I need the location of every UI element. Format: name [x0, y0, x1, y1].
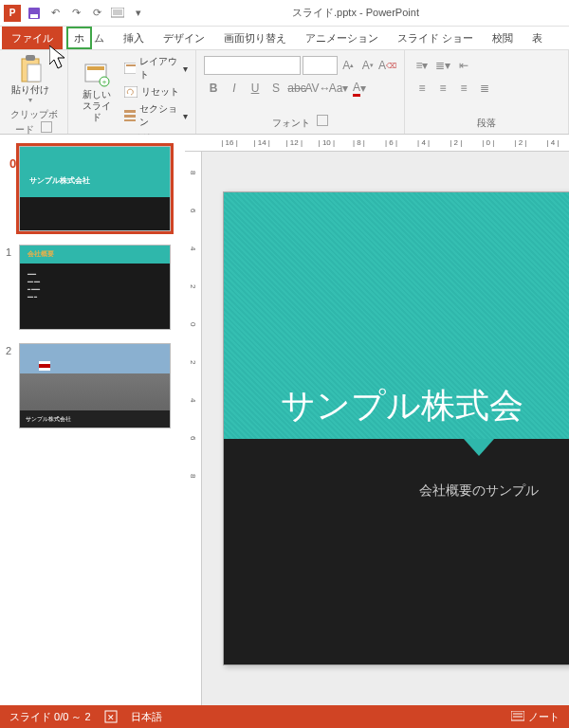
group-font: A▴ A▾ A⌫ B I U S abc AV↔ Aa▾ A▾ フォント: [196, 50, 405, 134]
statusbar: スライド 0/0 ～ 2 ✕ 日本語 ノート: [0, 705, 569, 728]
slide-edit-area: | 16 || 14 || 12 || 10 || 8 || 6 || 4 ||…: [185, 135, 569, 705]
layout-button[interactable]: レイアウト▾: [122, 54, 190, 82]
italic-button[interactable]: I: [225, 79, 244, 98]
font-group-label: フォント: [272, 118, 310, 128]
titlebar: P ↶ ↷ ⟳ ▾ スライド.pptx - PowerPoint: [0, 0, 569, 27]
align-right-button[interactable]: ≡: [454, 79, 473, 98]
quick-access-toolbar: ↶ ↷ ⟳ ▾: [27, 6, 146, 21]
ribbon: 貼り付け ▾ クリップボード ＋ 新しい スライド レイアウト▾ リセット セク…: [0, 49, 569, 135]
new-slide-label: 新しい スライド: [80, 89, 113, 123]
align-left-button[interactable]: ≡: [413, 79, 431, 98]
tab-home-suffix: ム: [94, 27, 114, 49]
thumbnail-2[interactable]: 1 会社概要 ━━━━━ ━━━ ━━━━━ ━: [6, 245, 179, 330]
new-slide-button[interactable]: ＋ 新しい スライド: [74, 54, 119, 130]
svg-rect-15: [124, 110, 136, 113]
numbering-button[interactable]: ≣▾: [433, 56, 452, 75]
align-justify-button[interactable]: ≣: [475, 79, 494, 98]
start-slideshow-icon[interactable]: [110, 6, 125, 21]
clear-format-icon[interactable]: A⌫: [378, 56, 396, 75]
section-icon: [124, 110, 136, 121]
char-spacing-button[interactable]: AV↔: [308, 79, 327, 98]
change-case-button[interactable]: Aa▾: [329, 79, 348, 98]
svg-rect-6: [26, 55, 35, 61]
tab-review[interactable]: 校閲: [483, 27, 523, 49]
increase-font-icon[interactable]: A▴: [340, 56, 357, 75]
undo-icon[interactable]: ↶: [47, 6, 63, 21]
repeat-icon[interactable]: ⟳: [89, 6, 104, 21]
spellcheck-icon[interactable]: ✕: [104, 710, 118, 723]
paste-label: 貼り付け: [11, 84, 49, 96]
indent-dec-button[interactable]: ⇤: [454, 56, 473, 75]
shadow-button[interactable]: S: [266, 79, 285, 98]
paste-button[interactable]: 貼り付け ▾: [6, 54, 55, 106]
layout-icon: [124, 63, 136, 74]
horizontal-ruler: | 16 || 14 || 12 || 10 || 8 || 6 || 4 ||…: [185, 135, 569, 152]
vertical-ruler: 864202468: [185, 152, 202, 705]
font-size-select[interactable]: [303, 56, 338, 75]
slide-subtitle[interactable]: 会社概要のサンプル: [224, 482, 569, 500]
window-title: スライド.pptx - PowerPoint: [146, 6, 565, 20]
bold-button[interactable]: B: [204, 79, 223, 98]
svg-rect-17: [124, 119, 136, 121]
bullets-button[interactable]: ≡▾: [413, 56, 431, 75]
slide-position: スライド 0/0 ～ 2: [9, 710, 91, 724]
slide-title[interactable]: サンプル株式会: [281, 383, 569, 429]
group-slides: ＋ 新しい スライド レイアウト▾ リセット セクション▾ スライド: [68, 50, 196, 134]
reset-button[interactable]: リセット: [122, 84, 190, 100]
paste-icon: [17, 56, 44, 82]
tab-transitions[interactable]: 画面切り替え: [214, 27, 296, 49]
svg-rect-9: [87, 66, 104, 70]
group-clipboard: 貼り付け ▾ クリップボード: [0, 50, 68, 134]
section-button[interactable]: セクション▾: [122, 101, 190, 130]
font-dialog-launcher[interactable]: [317, 115, 328, 126]
font-family-select[interactable]: [204, 56, 301, 75]
tab-slideshow[interactable]: スライド ショー: [388, 27, 483, 49]
tab-animations[interactable]: アニメーション: [296, 27, 388, 49]
slide-canvas[interactable]: サンプル株式会 会社概要のサンプル: [223, 191, 569, 665]
svg-rect-12: [124, 63, 136, 74]
underline-button[interactable]: U: [246, 79, 265, 98]
tab-insert[interactable]: 挿入: [114, 27, 154, 49]
language-indicator[interactable]: 日本語: [131, 710, 162, 724]
thumb3-num: 2: [6, 343, 19, 428]
paragraph-group-label: 段落: [411, 115, 562, 130]
svg-text:＋: ＋: [101, 78, 108, 86]
tab-file[interactable]: ファイル: [2, 27, 63, 49]
new-slide-icon: ＋: [83, 61, 110, 87]
notes-icon: [511, 711, 524, 722]
svg-rect-1: [30, 14, 38, 18]
thumb1-title: サンプル株式会社: [29, 175, 90, 186]
notes-button[interactable]: ノート: [511, 710, 560, 724]
decrease-font-icon[interactable]: A▾: [359, 56, 376, 75]
strike-button[interactable]: abc: [287, 79, 306, 98]
main-area: 0 サンプル株式会社 1 会社概要 ━━━━━ ━━━ ━━━━━ ━ 2 サン…: [0, 135, 569, 705]
annotation-zero: 0: [9, 156, 16, 171]
thumbnail-1[interactable]: サンプル株式会社: [6, 146, 179, 231]
powerpoint-icon: P: [4, 5, 21, 22]
font-color-button[interactable]: A▾: [350, 79, 369, 98]
tab-design[interactable]: デザイン: [154, 27, 214, 49]
svg-rect-13: [126, 64, 136, 66]
svg-rect-3: [113, 9, 122, 15]
save-icon[interactable]: [27, 6, 42, 21]
thumbnail-3[interactable]: 2 サンプル株式会社: [6, 343, 179, 428]
qat-dropdown-icon[interactable]: ▾: [131, 6, 146, 21]
reset-icon: [124, 86, 138, 98]
slide-thumbnail-panel[interactable]: 0 サンプル株式会社 1 会社概要 ━━━━━ ━━━ ━━━━━ ━ 2 サン…: [0, 135, 185, 705]
svg-rect-14: [124, 86, 138, 98]
notch-icon: [464, 439, 494, 456]
tab-home-highlighted[interactable]: ホ: [66, 27, 92, 49]
svg-rect-20: [511, 711, 524, 720]
group-paragraph: ≡▾ ≣▾ ⇤ ≡ ≡ ≡ ≣ 段落: [405, 50, 569, 134]
clipboard-dialog-launcher[interactable]: [41, 121, 52, 133]
thumb2-num: 1: [6, 245, 19, 330]
svg-rect-16: [124, 115, 136, 118]
tab-view[interactable]: 表: [523, 27, 552, 49]
redo-icon[interactable]: ↷: [68, 6, 83, 21]
svg-rect-7: [28, 64, 41, 82]
ribbon-tabs: ファイル ホ ム 挿入 デザイン 画面切り替え アニメーション スライド ショー…: [0, 27, 569, 49]
align-center-button[interactable]: ≡: [433, 79, 452, 98]
svg-text:✕: ✕: [107, 713, 115, 722]
thumb2-heading: 会社概要: [28, 249, 54, 259]
